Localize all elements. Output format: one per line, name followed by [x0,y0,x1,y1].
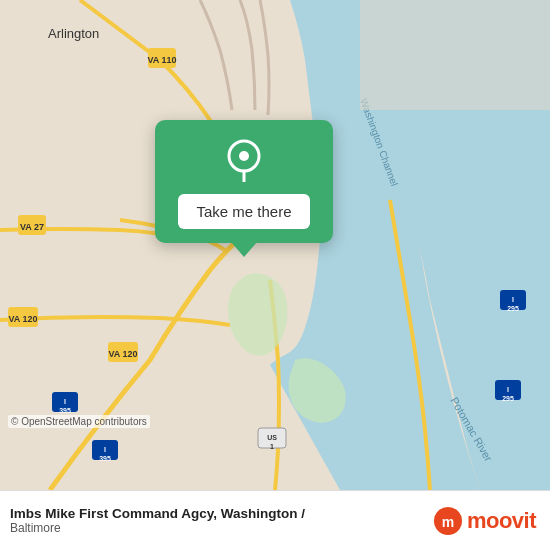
svg-text:VA 120: VA 120 [8,314,37,324]
popup-card: Take me there [155,120,333,243]
location-pin-icon [222,138,266,182]
location-info: Imbs Mike First Command Agcy, Washington… [10,506,305,535]
svg-text:I: I [507,386,509,393]
svg-text:295: 295 [502,395,514,402]
svg-text:I: I [512,296,514,303]
svg-text:295: 295 [507,305,519,312]
info-bar: Imbs Mike First Command Agcy, Washington… [0,490,550,550]
location-name: Imbs Mike First Command Agcy, Washington… [10,506,305,521]
svg-text:VA 110: VA 110 [147,55,176,65]
take-me-there-button[interactable]: Take me there [178,194,309,229]
osm-credit: © OpenStreetMap contributors [8,415,150,428]
svg-text:I: I [64,398,66,405]
moovit-logo: m moovit [434,507,536,535]
svg-text:VA 120: VA 120 [108,349,137,359]
svg-text:US: US [267,434,277,441]
svg-point-31 [239,151,249,161]
svg-text:VA 27: VA 27 [20,222,44,232]
svg-rect-29 [360,0,550,110]
svg-text:395: 395 [59,407,71,414]
svg-text:1: 1 [270,443,274,450]
location-sub: Baltimore [10,521,305,535]
svg-text:395: 395 [99,455,111,462]
svg-text:m: m [442,514,454,530]
moovit-text: moovit [467,508,536,534]
svg-text:I: I [104,446,106,453]
map-container: Arlington VA 110 VA 27 VA 120 VA 120 VA … [0,0,550,490]
svg-text:Arlington: Arlington [48,26,99,41]
moovit-icon: m [434,507,462,535]
